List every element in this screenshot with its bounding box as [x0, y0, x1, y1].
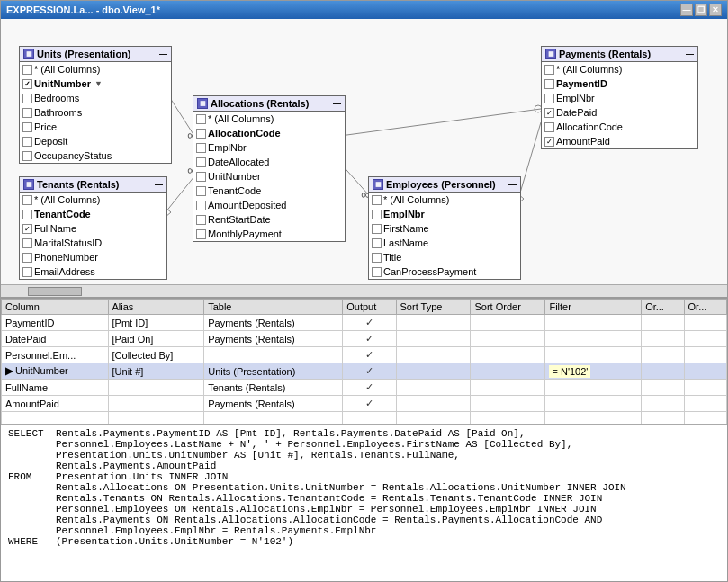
field-checkbox[interactable]: [22, 137, 32, 147]
field-row[interactable]: ✓FullName: [20, 221, 166, 236]
field-row[interactable]: PhoneNumber: [20, 250, 166, 264]
field-checkbox[interactable]: [196, 114, 206, 124]
field-checkbox[interactable]: ✓: [544, 108, 554, 118]
restore-button[interactable]: ❐: [695, 4, 707, 16]
field-row[interactable]: LastName: [369, 236, 520, 250]
field-checkbox[interactable]: [22, 65, 32, 75]
field-row[interactable]: AllocationCode: [542, 120, 697, 134]
field-row[interactable]: EmailAddress: [20, 264, 166, 279]
h-scrollbar-thumb[interactable]: [28, 287, 82, 296]
field-row[interactable]: TenantCode: [20, 207, 166, 221]
field-checkbox[interactable]: [22, 94, 32, 103]
field-row[interactable]: * (All Columns): [369, 193, 520, 207]
field-checkbox[interactable]: [22, 210, 32, 219]
entity-payments-collapse[interactable]: —: [686, 49, 694, 58]
field-row[interactable]: Deposit: [20, 134, 171, 148]
sql-from-line: FROM Presentation.Units INNER JOIN: [8, 471, 720, 482]
cell-table: Units (Presentation): [204, 363, 343, 380]
entity-units-header: ▦ Units (Presentation) —: [20, 47, 171, 62]
sql-select-keyword2: [8, 439, 49, 450]
field-row[interactable]: EmplNbr: [369, 207, 520, 221]
field-row[interactable]: ✓AmountPaid: [542, 134, 697, 148]
cell-filter: [545, 331, 642, 347]
field-row[interactable]: UnitNumber: [193, 169, 345, 184]
field-row[interactable]: DateAllocated: [193, 155, 345, 169]
field-row[interactable]: MonthlyPayment: [193, 227, 345, 241]
field-checkbox[interactable]: [196, 229, 206, 239]
field-checkbox[interactable]: [372, 253, 382, 263]
table-row-empty[interactable]: [2, 412, 727, 425]
field-row[interactable]: FirstName: [369, 221, 520, 236]
field-row[interactable]: RentStartDate: [193, 212, 345, 227]
field-row[interactable]: AllocationCode: [193, 126, 345, 140]
entity-units-collapse[interactable]: —: [159, 49, 167, 58]
field-row[interactable]: ✓UnitNumber▼: [20, 76, 171, 91]
field-row[interactable]: TenantCode: [193, 184, 345, 198]
field-checkbox[interactable]: [22, 108, 32, 118]
field-row[interactable]: * (All Columns): [20, 62, 171, 76]
field-checkbox[interactable]: [22, 267, 32, 277]
field-row[interactable]: Price: [20, 120, 171, 134]
minimize-button[interactable]: —: [680, 4, 693, 16]
h-scrollbar[interactable]: [1, 284, 715, 297]
field-checkbox[interactable]: [544, 122, 554, 132]
field-checkbox[interactable]: [22, 122, 32, 132]
field-checkbox[interactable]: [196, 172, 206, 182]
field-checkbox[interactable]: [544, 65, 554, 75]
field-row[interactable]: * (All Columns): [193, 112, 345, 126]
field-row[interactable]: EmplNbr: [542, 91, 697, 105]
table-row[interactable]: PaymentID [Pmt ID] Payments (Rentals) ✓: [2, 315, 727, 331]
field-checkbox[interactable]: ✓: [544, 137, 554, 147]
cell-or1: [642, 363, 684, 380]
field-row[interactable]: Bedrooms: [20, 91, 171, 105]
field-row[interactable]: MaritalStatusID: [20, 236, 166, 250]
field-checkbox[interactable]: [544, 79, 554, 89]
entity-allocations-collapse[interactable]: —: [333, 99, 341, 108]
field-checkbox[interactable]: [22, 253, 32, 263]
field-checkbox[interactable]: [22, 151, 32, 161]
field-checkbox[interactable]: [196, 215, 206, 225]
table-row[interactable]: AmountPaid Payments (Rentals) ✓: [2, 396, 727, 412]
table-row[interactable]: FullName Tenants (Rentals) ✓: [2, 380, 727, 396]
field-checkbox[interactable]: [372, 195, 382, 205]
field-checkbox[interactable]: [372, 267, 382, 277]
field-row[interactable]: * (All Columns): [20, 193, 166, 207]
sql-select-line2: Personnel.Employees.LastName + N', ' + P…: [8, 439, 720, 450]
table-row[interactable]: Personnel.Em... [Collected By] ✓: [2, 347, 727, 363]
sql-where-keyword: WHERE: [8, 536, 49, 547]
field-checkbox[interactable]: [372, 224, 382, 234]
field-row[interactable]: PaymentID: [542, 76, 697, 91]
field-row[interactable]: AmountDeposited: [193, 198, 345, 212]
entity-employees-header: ▦ Employees (Personnel) —: [369, 177, 520, 193]
field-checkbox[interactable]: [196, 157, 206, 167]
field-row[interactable]: CanProcessPayment: [369, 264, 520, 279]
entity-units: ▦ Units (Presentation) — * (All Columns)…: [19, 46, 172, 164]
field-checkbox[interactable]: [22, 238, 32, 248]
field-checkbox[interactable]: [196, 201, 206, 210]
entity-allocations-title: Allocations (Rentals): [211, 98, 309, 109]
field-row[interactable]: ✓DatePaid: [542, 105, 697, 120]
field-checkbox[interactable]: [22, 195, 32, 205]
field-checkbox[interactable]: [196, 129, 206, 139]
entity-employees-collapse[interactable]: —: [508, 180, 517, 189]
field-checkbox[interactable]: [196, 143, 206, 153]
table-row[interactable]: DatePaid [Paid On] Payments (Rentals) ✓: [2, 331, 727, 347]
table-row[interactable]: ▶ UnitNumber [Unit #] Units (Presentatio…: [2, 363, 727, 380]
field-checkbox[interactable]: [196, 186, 206, 196]
sql-from-content4: Personnel.Employees ON Rentals.Allocatio…: [56, 504, 720, 515]
field-row[interactable]: Bathrooms: [20, 105, 171, 120]
field-checkbox[interactable]: ✓: [22, 224, 32, 234]
field-row[interactable]: Title: [369, 250, 520, 264]
entity-tenants-collapse[interactable]: —: [155, 180, 163, 189]
close-button[interactable]: ✕: [709, 4, 722, 16]
cell-table: Payments (Rentals): [204, 315, 343, 331]
field-row[interactable]: * (All Columns): [542, 62, 697, 76]
field-checkbox[interactable]: ✓: [22, 79, 32, 89]
cell-or2: [684, 380, 726, 396]
field-checkbox[interactable]: [372, 238, 382, 248]
sql-select-line4: Rentals.Payments.AmountPaid: [8, 461, 720, 471]
field-checkbox[interactable]: [372, 210, 382, 219]
field-checkbox[interactable]: [544, 94, 554, 103]
field-row[interactable]: OccupancyStatus: [20, 148, 171, 163]
field-row[interactable]: EmplNbr: [193, 140, 345, 155]
